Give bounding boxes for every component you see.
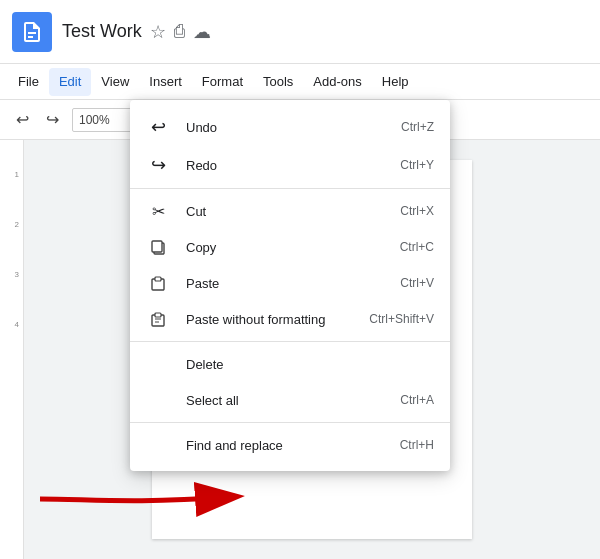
save-icon[interactable]: ⎙ (174, 21, 185, 42)
svg-rect-7 (155, 277, 161, 281)
edit-dropdown-menu: ↩ Undo Ctrl+Z ↪ Redo Ctrl+Y ✂ Cut Ctrl+X… (130, 100, 450, 471)
paste-label: Paste (186, 276, 384, 291)
menu-redo[interactable]: ↪ Redo Ctrl+Y (130, 146, 450, 184)
ruler-mark-4: 4 (15, 320, 19, 329)
star-icon[interactable]: ☆ (150, 21, 166, 43)
svg-rect-9 (155, 313, 161, 317)
paste-plain-icon (146, 311, 170, 327)
menu-find-replace[interactable]: Find and replace Ctrl+H (130, 427, 450, 463)
copy-label: Copy (186, 240, 384, 255)
find-replace-label: Find and replace (186, 438, 384, 453)
paste-icon (146, 275, 170, 291)
divider-3 (130, 422, 450, 423)
redo-label: Redo (186, 158, 384, 173)
menu-file[interactable]: File (8, 68, 49, 96)
menu-view[interactable]: View (91, 68, 139, 96)
menu-paste[interactable]: Paste Ctrl+V (130, 265, 450, 301)
menu-undo[interactable]: ↩ Undo Ctrl+Z (130, 108, 450, 146)
ruler-mark-1: 1 (15, 170, 19, 179)
copy-shortcut: Ctrl+C (400, 240, 434, 254)
vertical-ruler: 1 2 3 4 (0, 140, 24, 559)
menu-paste-without-formatting[interactable]: Paste without formatting Ctrl+Shift+V (130, 301, 450, 337)
delete-label: Delete (186, 357, 418, 372)
select-all-shortcut: Ctrl+A (400, 393, 434, 407)
undo-label: Undo (186, 120, 385, 135)
doc-title: Test Work (62, 21, 142, 42)
divider-1 (130, 188, 450, 189)
app-icon (12, 12, 52, 52)
ruler-mark-2: 2 (15, 220, 19, 229)
zoom-label: 100% (79, 113, 110, 127)
undo-icon: ↩ (146, 116, 170, 138)
select-all-label: Select all (186, 393, 384, 408)
menu-cut[interactable]: ✂ Cut Ctrl+X (130, 193, 450, 229)
app-bar: Test Work ☆ ⎙ ☁ (0, 0, 600, 64)
undo-shortcut: Ctrl+Z (401, 120, 434, 134)
cut-icon: ✂ (146, 202, 170, 221)
svg-rect-5 (152, 241, 162, 252)
menu-help[interactable]: Help (372, 68, 419, 96)
menu-select-all[interactable]: Select all Ctrl+A (130, 382, 450, 418)
cloud-icon[interactable]: ☁ (193, 21, 211, 43)
paste-shortcut: Ctrl+V (400, 276, 434, 290)
menu-tools[interactable]: Tools (253, 68, 303, 96)
menu-delete[interactable]: Delete (130, 346, 450, 382)
title-icons: ☆ ⎙ ☁ (150, 21, 211, 43)
cut-label: Cut (186, 204, 384, 219)
menu-insert[interactable]: Insert (139, 68, 192, 96)
menu-edit[interactable]: Edit (49, 68, 91, 96)
cut-shortcut: Ctrl+X (400, 204, 434, 218)
menu-format[interactable]: Format (192, 68, 253, 96)
find-replace-shortcut: Ctrl+H (400, 438, 434, 452)
redo-button[interactable]: ↪ (38, 106, 66, 134)
redo-icon: ↪ (146, 154, 170, 176)
docs-icon (20, 20, 44, 44)
copy-icon (146, 239, 170, 255)
paste-plain-label: Paste without formatting (186, 312, 353, 327)
redo-shortcut: Ctrl+Y (400, 158, 434, 172)
menu-bar: File Edit View Insert Format Tools Add-o… (0, 64, 600, 100)
divider-2 (130, 341, 450, 342)
paste-plain-shortcut: Ctrl+Shift+V (369, 312, 434, 326)
menu-addons[interactable]: Add-ons (303, 68, 371, 96)
undo-button[interactable]: ↩ (8, 106, 36, 134)
ruler-mark-3: 3 (15, 270, 19, 279)
menu-copy[interactable]: Copy Ctrl+C (130, 229, 450, 265)
